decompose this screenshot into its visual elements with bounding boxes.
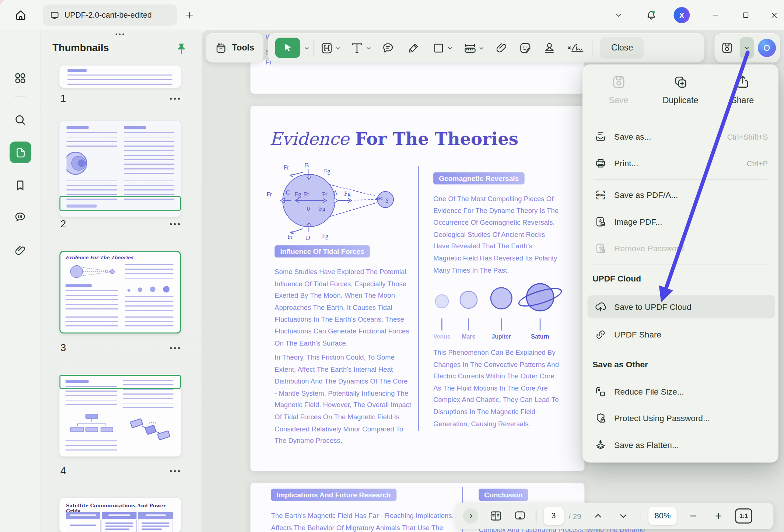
minimize-button[interactable] <box>707 7 724 23</box>
menu-item-protect-password[interactable]: Protect Using Password... <box>588 407 775 429</box>
maximize-icon <box>742 11 750 19</box>
badge-geomagnetic-reversals: Geomagnetic Reversals <box>433 172 524 185</box>
menu-duplicate-button[interactable]: Duplicate <box>650 74 711 106</box>
page-title: Evidence For The Theories <box>270 129 518 149</box>
comment-tool-button[interactable] <box>379 38 396 57</box>
thumb2-badge <box>124 126 146 129</box>
zoom-level[interactable]: 80% <box>648 507 677 525</box>
menu-reduce-size-label: Reduce File Size... <box>614 387 684 396</box>
diagram-label-b: B <box>305 162 309 169</box>
menu-share-button[interactable]: Share <box>711 74 773 106</box>
page-3: Evidence For The Theories <box>251 106 585 471</box>
sticker-tool-button[interactable] <box>517 38 533 57</box>
menu-share-label: Share <box>731 96 754 106</box>
menu-item-save-as-flatten[interactable]: Save as Flatten... <box>588 434 775 456</box>
sidebar-item-search[interactable] <box>14 113 27 127</box>
ratio-label: 1:1 <box>739 513 748 519</box>
diagram-label-fr: Fr <box>304 191 309 198</box>
planet-tick <box>468 318 469 330</box>
previous-page-button[interactable] <box>589 506 606 525</box>
menu-print-shortcut: Ctrl+P <box>747 159 768 167</box>
two-page-view-icon[interactable] <box>487 506 504 525</box>
avatar[interactable]: X <box>673 7 690 23</box>
panel-drag-handle[interactable] <box>115 33 117 35</box>
sidebar-item-comments[interactable] <box>14 211 27 224</box>
sidebar-item-attachments[interactable] <box>14 244 27 257</box>
page-number-3: 3 <box>60 342 66 354</box>
save-options-dropdown-open[interactable] <box>740 37 754 58</box>
thumbnail-1-menu[interactable] <box>170 98 172 99</box>
diagram-label-a: A <box>333 189 337 196</box>
ai-assistant-button[interactable] <box>758 39 776 57</box>
text-tool-button[interactable] <box>349 38 365 57</box>
menu-item-image-pdf[interactable]: Image PDF... <box>588 211 775 233</box>
menu-item-print[interactable]: Print... Ctrl+P <box>588 152 775 174</box>
shape-tool-button[interactable] <box>430 38 447 57</box>
menu-item-save-as[interactable]: Save as... Ctrl+Shift+S <box>588 126 775 148</box>
diagram-label-fg: Fg <box>295 191 301 198</box>
thumb3-planets <box>125 285 173 293</box>
thumbnail-page-1[interactable] <box>59 66 181 88</box>
measure-tool-dropdown[interactable] <box>479 38 484 57</box>
status-bar: 3 / 29 80% 1:1 <box>456 503 774 529</box>
statusbar-separator <box>640 510 640 523</box>
shape-tool-dropdown[interactable] <box>447 38 453 57</box>
pdfa-icon: PDF/A <box>595 189 607 201</box>
select-tool-dropdown[interactable] <box>303 38 309 57</box>
diagram-label-o: 0 <box>307 205 310 212</box>
pen-tool-button[interactable] <box>405 38 422 57</box>
stamp-tool-button[interactable] <box>541 38 558 57</box>
save-icon[interactable] <box>718 38 735 57</box>
home-button[interactable] <box>12 7 29 24</box>
document-tab[interactable]: UPDF-2.0-cant-be-edited <box>43 4 177 25</box>
signature-tool-button[interactable] <box>565 38 587 57</box>
visible-region-marker <box>59 375 181 389</box>
diagram-label-fg: Fg <box>344 190 350 197</box>
next-page-button[interactable] <box>615 506 631 525</box>
thumbnail-3-menu[interactable] <box>170 347 172 349</box>
sidebar-item-bookmarks[interactable] <box>14 179 27 192</box>
zoom-in-button[interactable] <box>710 506 727 525</box>
menu-save-button[interactable]: Save <box>588 74 650 106</box>
heading-tool-button[interactable] <box>318 38 335 57</box>
thumb5-table <box>66 512 174 532</box>
save-as-icon <box>595 130 607 143</box>
planet-label-jupiter: Jupiter <box>490 333 513 339</box>
menu-divider <box>594 351 767 351</box>
thumbnail-2-menu[interactable] <box>170 223 172 225</box>
diagram-label-d: D <box>306 234 310 241</box>
thumbnail-page-3-current[interactable]: Evidence For The Theories <box>59 251 181 333</box>
thumbnail-4-menu[interactable] <box>170 470 172 472</box>
text-tool-dropdown[interactable] <box>365 38 371 57</box>
collapse-toolbar-button[interactable] <box>611 7 627 23</box>
sidebar-item-thumbnails[interactable] <box>10 141 31 163</box>
actual-size-button[interactable]: 1:1 <box>735 508 752 524</box>
zoom-out-button[interactable] <box>685 506 702 525</box>
planet-tick <box>501 318 502 330</box>
diagram-label-fg: Fg <box>319 205 325 212</box>
expand-statusbar-button[interactable] <box>463 508 478 524</box>
presentation-mode-icon[interactable] <box>511 506 528 525</box>
thumbnail-page-5[interactable]: Satellite Communications And Power Grids <box>59 498 181 532</box>
menu-item-save-to-updf-cloud[interactable]: Save to UPDF Cloud <box>588 295 775 318</box>
measure-tool-button[interactable] <box>461 38 478 57</box>
svg-text:PDF/A: PDF/A <box>596 194 605 197</box>
tools-button[interactable]: Tools <box>206 33 263 62</box>
close-window-button[interactable] <box>766 7 782 23</box>
menu-item-updf-share[interactable]: UPDF Share <box>588 323 775 346</box>
page-number-input[interactable]: 3 <box>543 507 564 525</box>
attachment-tool-button[interactable] <box>493 38 510 57</box>
menu-item-remove-password[interactable]: Remove Password <box>588 237 775 259</box>
panel-title: Thumbnails <box>52 42 109 54</box>
heading-tool-dropdown[interactable] <box>335 38 341 57</box>
select-tool-button-active[interactable] <box>275 38 300 58</box>
new-tab-button[interactable] <box>183 9 196 21</box>
menu-item-save-as-pdfa[interactable]: PDF/A Save as PDF/A... <box>588 184 775 206</box>
thumb3-textlines <box>125 296 173 312</box>
menu-item-reduce-file-size[interactable]: Reduce File Size... <box>588 381 775 403</box>
close-toolbar-button[interactable]: Close <box>600 37 644 58</box>
pin-icon[interactable] <box>175 42 188 56</box>
sidebar-item-home-grid[interactable] <box>14 71 27 85</box>
notifications-button[interactable] <box>643 7 659 23</box>
maximize-button[interactable] <box>738 7 754 23</box>
